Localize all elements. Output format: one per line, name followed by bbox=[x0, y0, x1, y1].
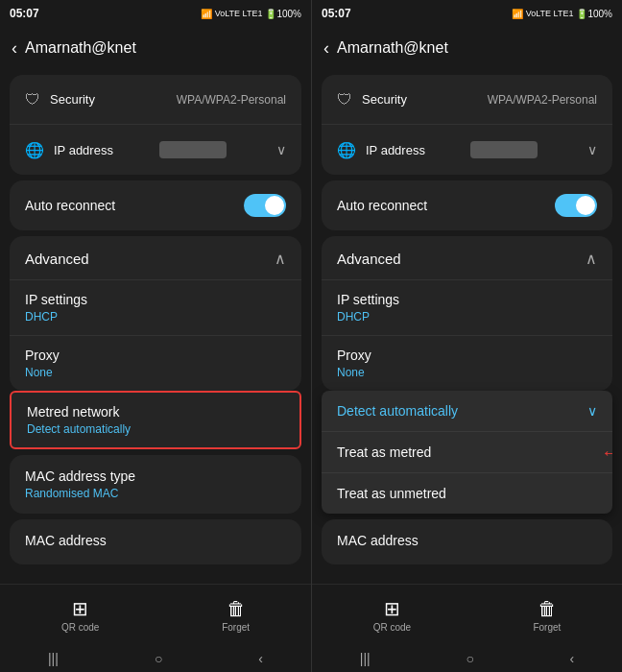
mac-type-label-left: MAC address type bbox=[25, 468, 286, 484]
security-value-right: WPA/WPA2-Personal bbox=[488, 93, 597, 107]
proxy-sub-left: None bbox=[25, 366, 286, 379]
qr-icon-left: ⊞ bbox=[72, 597, 88, 620]
ip-settings-sub-left: DHCP bbox=[25, 310, 286, 324]
status-icons-left: 📶 VoLTE LTE1 🔋100% bbox=[201, 9, 301, 19]
advanced-group-left: Advanced ∧ IP settings DHCP Proxy None bbox=[10, 236, 301, 391]
ip-settings-row-left[interactable]: IP settings DHCP bbox=[10, 279, 301, 335]
mac-address-label-right: MAC address bbox=[337, 533, 597, 548]
forget-label-left: Forget bbox=[222, 622, 250, 633]
ip-chevron-right[interactable]: ∨ bbox=[587, 142, 597, 157]
chevron-up-left: ∧ bbox=[275, 250, 286, 268]
ip-row-right-content: 🌐 IP address bbox=[337, 141, 425, 159]
advanced-header-left[interactable]: Advanced ∧ bbox=[10, 236, 301, 279]
ip-value-blur-right bbox=[470, 141, 538, 158]
security-section-right: 🛡 Security WPA/WPA2-Personal 🌐 IP addres… bbox=[322, 75, 612, 175]
advanced-group-right: Advanced ∧ IP settings DHCP Proxy None bbox=[322, 236, 612, 391]
proxy-label-right: Proxy bbox=[337, 348, 597, 363]
menu-gesture-left[interactable]: ||| bbox=[48, 651, 59, 666]
status-bar-right: 05:07 📶 VoLTE LTE1 🔋100% bbox=[312, 0, 622, 27]
left-phone-panel: 05:07 📶 VoLTE LTE1 🔋100% ‹ Amarnath@knet… bbox=[0, 0, 311, 672]
signal-icon-right: VoLTE LTE1 bbox=[526, 9, 574, 18]
auto-reconnect-row-right: Auto reconnect bbox=[322, 180, 612, 230]
ip-address-row-right: 🌐 IP address ∨ bbox=[322, 125, 612, 175]
security-label-left: Security bbox=[50, 92, 95, 107]
dropdown-arrow-right: ∨ bbox=[587, 403, 597, 419]
shield-icon-left: 🛡 bbox=[25, 91, 40, 108]
forget-button-right[interactable]: 🗑 Forget bbox=[533, 598, 561, 633]
status-time-left: 05:07 bbox=[10, 7, 39, 20]
bottom-nav-right: ⊞ QR code 🗑 Forget bbox=[312, 584, 622, 645]
battery-icon-left: 🔋100% bbox=[265, 9, 301, 19]
forget-label-right: Forget bbox=[533, 622, 561, 633]
dropdown-item-unmetred-right[interactable]: Treat as unmetred bbox=[322, 473, 612, 514]
proxy-row-right[interactable]: Proxy None bbox=[322, 335, 612, 391]
mac-type-row-left[interactable]: MAC address type Randomised MAC bbox=[10, 455, 301, 514]
security-row-right-content: 🛡 Security bbox=[337, 91, 407, 108]
metred-sub-left: Detect automatically bbox=[27, 422, 284, 436]
qr-label-left: QR code bbox=[61, 622, 99, 633]
shield-icon-right: 🛡 bbox=[337, 91, 352, 108]
proxy-sub-right: None bbox=[337, 366, 597, 379]
status-time-right: 05:07 bbox=[322, 7, 351, 20]
ip-settings-label-right: IP settings bbox=[337, 292, 597, 307]
globe-icon-left: 🌐 bbox=[25, 141, 44, 159]
globe-icon-right: 🌐 bbox=[337, 141, 356, 159]
advanced-header-right[interactable]: Advanced ∧ bbox=[322, 236, 612, 279]
security-section-left: 🛡 Security WPA/WPA2-Personal 🌐 IP addres… bbox=[10, 75, 301, 175]
gesture-bar-right: ||| ○ ‹ bbox=[312, 645, 622, 672]
security-row-left-content: 🛡 Security bbox=[25, 91, 95, 108]
ip-label-right: IP address bbox=[366, 143, 425, 157]
bottom-nav-left: ⊞ QR code 🗑 Forget bbox=[0, 584, 311, 645]
qr-code-button-right[interactable]: ⊞ QR code bbox=[373, 597, 411, 633]
home-gesture-left[interactable]: ○ bbox=[155, 651, 162, 666]
ip-settings-row-right[interactable]: IP settings DHCP bbox=[322, 279, 612, 335]
right-phone-panel: 05:07 📶 VoLTE LTE1 🔋100% ‹ Amarnath@knet… bbox=[311, 0, 622, 672]
detect-auto-label-right: Detect automatically bbox=[337, 403, 458, 419]
treat-unmetred-label-right: Treat as unmetred bbox=[337, 486, 446, 501]
status-bar-left: 05:07 📶 VoLTE LTE1 🔋100% bbox=[0, 0, 311, 27]
qr-code-button-left[interactable]: ⊞ QR code bbox=[61, 597, 99, 633]
ip-settings-sub-right: DHCP bbox=[337, 310, 597, 324]
content-right: 🛡 Security WPA/WPA2-Personal 🌐 IP addres… bbox=[312, 69, 622, 584]
mac-address-row-right[interactable]: MAC address bbox=[322, 519, 612, 564]
back-gesture-right[interactable]: ‹ bbox=[569, 651, 574, 666]
ip-address-row-left: 🌐 IP address ∨ bbox=[10, 125, 301, 175]
proxy-label-left: Proxy bbox=[25, 348, 286, 363]
menu-gesture-right[interactable]: ||| bbox=[360, 651, 371, 666]
qr-label-right: QR code bbox=[373, 622, 411, 633]
ip-value-blur-left bbox=[159, 141, 227, 158]
ip-chevron-left[interactable]: ∨ bbox=[276, 142, 286, 157]
auto-reconnect-row-left: Auto reconnect bbox=[10, 180, 301, 230]
trash-icon-right: 🗑 bbox=[538, 598, 557, 620]
mac-address-row-left[interactable]: MAC address bbox=[10, 519, 301, 564]
header-left: ‹ Amarnath@knet bbox=[0, 27, 311, 69]
auto-reconnect-toggle-right[interactable] bbox=[555, 194, 597, 217]
metred-dropdown-right: Detect automatically ∨ Treat as metred ←… bbox=[322, 391, 612, 514]
home-gesture-right[interactable]: ○ bbox=[466, 651, 473, 666]
ip-row-left-content: 🌐 IP address bbox=[25, 141, 113, 159]
dropdown-item-metred-right[interactable]: Treat as metred ← bbox=[322, 432, 612, 473]
ip-label-left: IP address bbox=[54, 143, 113, 157]
red-arrow-right: ← bbox=[601, 442, 612, 464]
proxy-row-left[interactable]: Proxy None bbox=[10, 335, 301, 391]
back-button-left[interactable]: ‹ bbox=[12, 38, 17, 59]
trash-icon-left: 🗑 bbox=[227, 598, 246, 620]
header-title-left: Amarnath@knet bbox=[25, 39, 136, 57]
auto-reconnect-label-left: Auto reconnect bbox=[25, 198, 115, 213]
header-right: ‹ Amarnath@knet bbox=[312, 27, 622, 69]
gesture-bar-left: ||| ○ ‹ bbox=[0, 645, 311, 672]
security-value-left: WPA/WPA2-Personal bbox=[177, 93, 286, 107]
ip-settings-label-left: IP settings bbox=[25, 292, 286, 307]
back-button-right[interactable]: ‹ bbox=[323, 38, 329, 59]
forget-button-left[interactable]: 🗑 Forget bbox=[222, 598, 250, 633]
content-left: 🛡 Security WPA/WPA2-Personal 🌐 IP addres… bbox=[0, 69, 311, 584]
dropdown-item-detect-right[interactable]: Detect automatically ∨ bbox=[322, 391, 612, 432]
back-gesture-left[interactable]: ‹ bbox=[258, 651, 263, 666]
chevron-up-right: ∧ bbox=[586, 250, 597, 268]
auto-reconnect-label-right: Auto reconnect bbox=[337, 198, 427, 213]
wifi-icon-left: 📶 bbox=[201, 9, 212, 19]
status-icons-right: 📶 VoLTE LTE1 🔋100% bbox=[512, 9, 612, 19]
battery-icon-right: 🔋100% bbox=[576, 9, 612, 19]
metred-row-left[interactable]: Metred network Detect automatically bbox=[10, 391, 301, 449]
auto-reconnect-toggle-left[interactable] bbox=[244, 194, 286, 217]
